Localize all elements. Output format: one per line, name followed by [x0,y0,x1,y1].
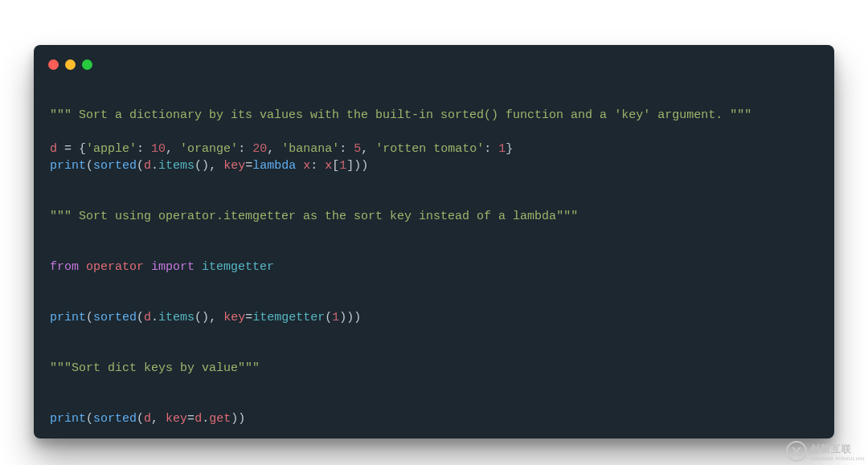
watermark: 创新互联 CHUANG XINHULIAN [786,441,865,462]
watermark-text: 创新互联 CHUANG XINHULIAN [810,443,865,461]
zoom-icon [82,59,92,70]
docstring-2: """ Sort using operator.itemgetter as th… [50,210,578,223]
docstring-3: """Sort dict keys by value""" [50,361,260,375]
from-keyword: from [50,260,79,274]
watermark-logo-icon [786,441,807,462]
variable-d: d [50,142,57,156]
window-traffic-lights [48,59,92,70]
code-window: """ Sort a dictionary by its values with… [34,45,834,438]
watermark-en: CHUANG XINHULIAN [810,456,865,461]
docstring-1: """ Sort a dictionary by its values with… [50,108,751,122]
print-call: print [50,159,86,173]
code-block: """ Sort a dictionary by its values with… [50,90,818,426]
watermark-zh: 创新互联 [810,443,865,456]
close-icon [48,59,59,70]
minimize-icon [65,59,76,70]
